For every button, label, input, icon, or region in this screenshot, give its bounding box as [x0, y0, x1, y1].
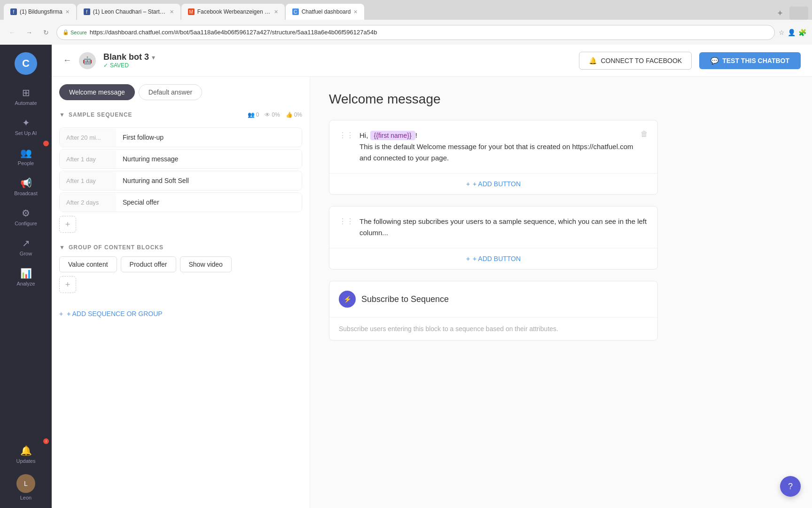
greeting-suffix: !: [415, 131, 417, 139]
analyze-icon: 📊: [20, 268, 32, 279]
bot-avatar: 🤖: [79, 52, 96, 69]
help-button[interactable]: ?: [780, 476, 801, 497]
updates-icon: 🔔: [20, 445, 32, 456]
sequence-name-0[interactable]: First follow-up: [116, 128, 302, 147]
message-text-1: Hi, {{first name}}! This is the default …: [359, 130, 635, 164]
add-button-label-2: + ADD BUTTON: [473, 255, 521, 262]
sidebar-item-updates[interactable]: 🔔 Updates: [5, 440, 47, 468]
analyze-label: Analyze: [16, 281, 35, 286]
broadcast-label: Broadcast: [14, 190, 38, 196]
add-content-block-button[interactable]: +: [59, 276, 76, 293]
app-logo[interactable]: C: [15, 52, 37, 75]
profile-icon[interactable]: 👤: [788, 29, 796, 36]
back-button[interactable]: ←: [6, 26, 19, 39]
sidebar-item-configure[interactable]: ⚙ Configure: [5, 203, 47, 231]
extensions-area: [789, 7, 808, 20]
group-content-blocks-section: ▼ GROUP OF CONTENT BLOCKS Value contentP…: [52, 237, 310, 304]
people-icon: 👥: [20, 147, 32, 159]
user-avatar[interactable]: L: [16, 474, 35, 493]
add-sequence-label: + ADD SEQUENCE OR GROUP: [67, 310, 162, 318]
delete-message-1-button[interactable]: 🗑: [640, 130, 648, 138]
back-nav-button[interactable]: ←: [63, 56, 71, 65]
sequence-rows: After 20 mi... First follow-up After 1 d…: [59, 127, 302, 212]
configure-label: Configure: [15, 221, 37, 226]
content-block-product-offer[interactable]: Product offer: [121, 256, 176, 272]
dropdown-arrow-icon[interactable]: ▾: [152, 54, 155, 61]
content-block-show-video[interactable]: Show video: [180, 256, 232, 272]
sequence-name-2[interactable]: Nurturing and Soft Sell: [116, 171, 302, 190]
tab-default-answer[interactable]: Default answer: [139, 84, 202, 100]
content-area: ← 🤖 Blank bot 3 ▾ ✓ SAVED 🔔 CONNECT TO F…: [52, 45, 812, 508]
address-bar: ← → ↻ 🔒 Secure https://dashboard.chatfue…: [0, 20, 812, 45]
test-chatbot-button[interactable]: 💬 TEST THIS CHATBOT: [699, 52, 801, 69]
browser-tab-tab2[interactable]: f (1) Leon Chaudhari – Startseite ✕: [77, 4, 180, 20]
subscribe-title: Subscribe to Sequence: [361, 294, 449, 304]
main-content: Welcome message Default answer ▼ SAMPLE …: [52, 77, 812, 508]
drag-handle-2-icon[interactable]: ⋮⋮: [339, 217, 354, 226]
sidebar-wrapper-configure: ⚙ Configure: [5, 203, 47, 231]
group-title: GROUP OF CONTENT BLOCKS: [69, 244, 164, 251]
sidebar-item-broadcast[interactable]: 📢 Broadcast: [5, 173, 47, 201]
sidebar-wrapper-analyze: 📊 Analyze: [5, 263, 47, 291]
sequence-meta: 👥 0 👁 0% 👍 0%: [248, 111, 302, 118]
sequence-row-0: After 20 mi... First follow-up: [59, 127, 302, 147]
add-sequence-or-group-button[interactable]: + + ADD SEQUENCE OR GROUP: [52, 304, 310, 323]
tab-close-tab2[interactable]: ✕: [170, 9, 174, 15]
message-body-text-1: This is the default Welcome message for …: [359, 143, 633, 162]
sidebar-wrapper-automate: ⊞ Automate: [5, 82, 47, 111]
configure-icon: ⚙: [22, 207, 30, 219]
content-block-value-content[interactable]: Value content: [59, 256, 117, 272]
subscribe-body: Subscribe users entering this block to a…: [329, 318, 657, 340]
tab-close-tab3[interactable]: ✕: [274, 9, 278, 15]
tab-close-tab4[interactable]: ✕: [353, 9, 358, 15]
new-tab-button[interactable]: +: [773, 7, 787, 20]
sidebar-wrapper-broadcast: 📢 Broadcast: [5, 173, 47, 201]
bell-icon: 🔔: [589, 57, 597, 64]
subscribe-header: ⚡ Subscribe to Sequence: [329, 281, 657, 318]
extensions-icon[interactable]: 🧩: [798, 29, 806, 36]
drag-handle-icon[interactable]: ⋮⋮: [339, 131, 354, 140]
connect-facebook-button[interactable]: 🔔 CONNECT TO FACEBOOK: [579, 52, 692, 70]
message-tabs: Welcome message Default answer: [52, 84, 310, 108]
url-bar[interactable]: 🔒 Secure https://dashboard.chatfuel.com/…: [56, 25, 775, 40]
saved-indicator: ✓ SAVED: [103, 62, 155, 69]
people-icon: 👥: [248, 111, 255, 118]
sequence-name-3[interactable]: Special offer: [116, 193, 302, 212]
sidebar-wrapper-people: 👥 People: [5, 143, 47, 171]
sample-sequence-header: ▼ SAMPLE SEQUENCE 👥 0 👁 0%: [59, 108, 302, 122]
browser-chrome: f (1) Bildungsfirma ✕ f (1) Leon Chaudha…: [0, 0, 812, 45]
message-body-2: The following step subcribes your users …: [359, 216, 648, 238]
browser-tab-tab3[interactable]: M Facebook Werbeanzeigen Me... ✕: [181, 4, 285, 20]
group-collapse-icon[interactable]: ▼: [59, 244, 65, 251]
sequence-row-3: After 2 days Special offer: [59, 192, 302, 212]
sidebar-item-people[interactable]: 👥 People: [5, 143, 47, 171]
sidebar-item-set-up-ai[interactable]: ✦ Set Up AI: [5, 112, 47, 141]
bookmark-icon[interactable]: ☆: [779, 29, 785, 36]
sequence-name-1[interactable]: Nurturing message: [116, 150, 302, 168]
first-name-tag[interactable]: {{first name}}: [370, 131, 415, 140]
tab-close-tab1[interactable]: ✕: [65, 9, 70, 15]
sidebar-item-analyze[interactable]: 📊 Analyze: [5, 263, 47, 291]
sequence-collapse-icon[interactable]: ▼: [59, 111, 65, 118]
subscribe-section: ⚡ Subscribe to Sequence Subscribe users …: [329, 281, 658, 341]
add-sequence-row-button[interactable]: +: [59, 216, 76, 233]
sidebar-item-wrapper-updates: 🔔 Updates !: [5, 440, 47, 468]
tab-favicon-tab1: f: [10, 8, 17, 15]
plus-btn-2-icon: +: [466, 255, 470, 262]
browser-tab-tab4[interactable]: C Chatfuel dashboard ✕: [286, 4, 365, 20]
forward-button[interactable]: →: [23, 26, 36, 39]
message-text-2: The following step subcribes your users …: [359, 216, 648, 238]
group-header: ▼ GROUP OF CONTENT BLOCKS: [59, 244, 302, 251]
set-up-ai-icon: ✦: [22, 117, 30, 128]
tab-welcome-message[interactable]: Welcome message: [59, 84, 135, 100]
tab-title-tab4: Chatfuel dashboard: [302, 8, 351, 15]
reload-button[interactable]: ↻: [39, 26, 53, 39]
engagement-percent: 👍 0%: [286, 111, 302, 118]
sidebar-item-automate[interactable]: ⊞ Automate: [5, 82, 47, 111]
add-button-1[interactable]: + + ADD BUTTON: [329, 173, 657, 194]
sidebar-item-grow[interactable]: ↗ Grow: [5, 233, 47, 261]
top-header: ← 🤖 Blank bot 3 ▾ ✓ SAVED 🔔 CONNECT TO F…: [52, 45, 812, 77]
add-button-2[interactable]: + + ADD BUTTON: [329, 248, 657, 269]
sequence-time-3: After 2 days: [60, 193, 116, 212]
browser-tab-tab1[interactable]: f (1) Bildungsfirma ✕: [4, 4, 76, 20]
